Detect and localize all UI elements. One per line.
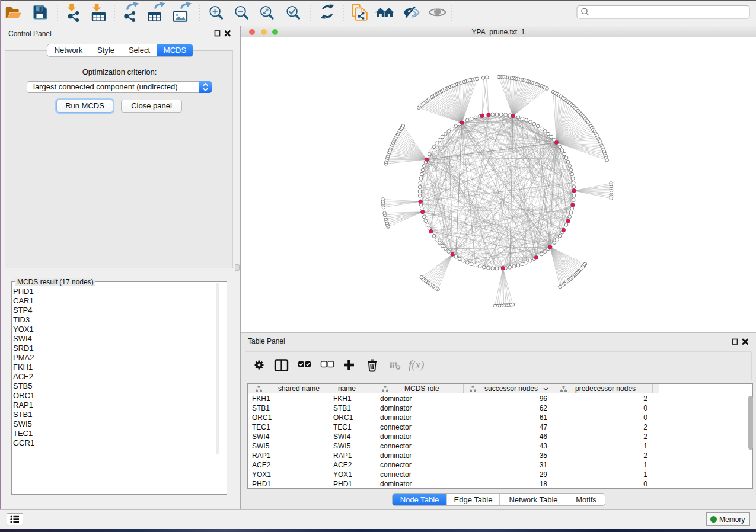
svg-text:f(x): f(x) (409, 358, 424, 371)
